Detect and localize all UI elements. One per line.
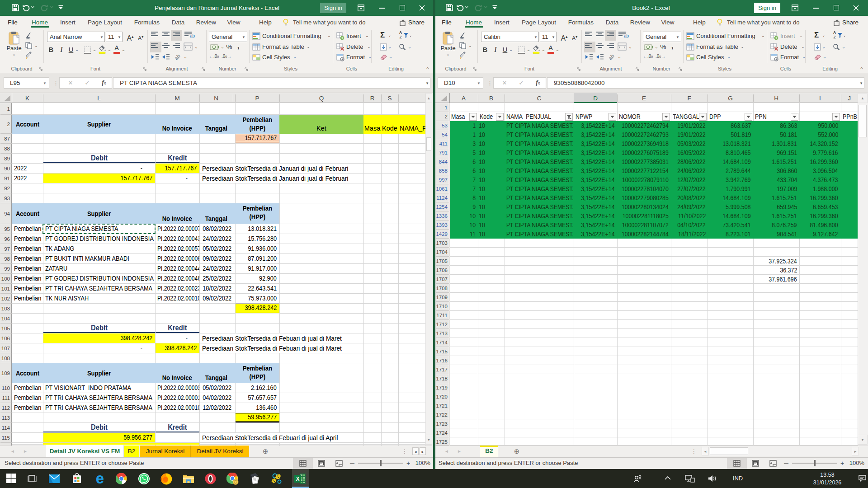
svg-text:X: X bbox=[296, 476, 299, 482]
